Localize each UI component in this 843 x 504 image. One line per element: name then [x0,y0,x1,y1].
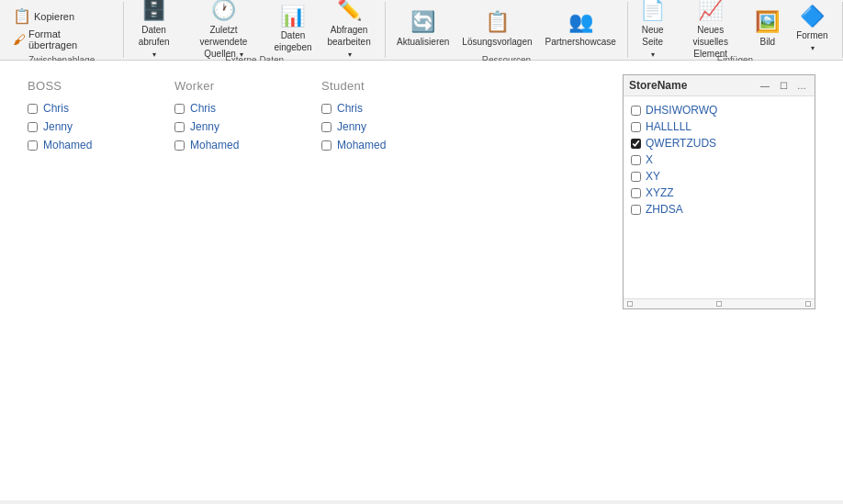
store-menu-button[interactable]: … [794,79,809,92]
neues-visuelles-button[interactable]: 📈 Neues visuellesElement [674,5,747,52]
student-item-jenny[interactable]: Jenny [321,120,413,133]
boss-jenny-checkbox[interactable] [28,122,38,132]
store-panel-controls: — ☐ … [758,79,809,92]
boss-chris-label[interactable]: Chris [43,102,69,115]
store-dhsiworwq-label[interactable]: DHSIWORWQ [646,104,717,117]
store-xyzz-checkbox[interactable] [631,188,641,198]
daten-eingeben-button[interactable]: 📊 Dateneingeben [269,5,317,52]
store-item-dhsiworwq[interactable]: DHSIWORWQ [627,102,811,118]
daten-eingeben-label: Dateneingeben [274,29,311,53]
boss-item-chris[interactable]: Chris [28,102,119,115]
kopieren-label: Kopieren [34,11,74,22]
store-zhdsa-checkbox[interactable] [631,205,641,215]
store-expand-button[interactable]: ☐ [776,79,791,92]
aktualisieren-label: Aktualisieren [397,36,449,48]
boss-jenny-label[interactable]: Jenny [43,120,73,133]
student-panel: Student Chris Jenny Mohamed [321,79,413,482]
store-qwertzuds-checkbox[interactable] [631,139,641,149]
boss-item-mohamed[interactable]: Mohamed [28,139,119,151]
store-resize-handle[interactable] [624,298,815,308]
worker-jenny-checkbox[interactable] [174,122,185,132]
copy-icon: 📋 [13,7,31,25]
student-jenny-label[interactable]: Jenny [337,120,366,133]
student-mohamed-label[interactable]: Mohamed [337,139,386,151]
resize-handle-right [805,301,811,307]
partner-icon: 👥 [568,9,593,36]
store-item-xyzz[interactable]: XYZZ [627,185,811,201]
worker-chris-label[interactable]: Chris [190,102,216,115]
visual-icon: 📈 [698,0,723,24]
shapes-icon: 🔷 [800,4,825,30]
content-area: BOSS Chris Jenny Mohamed Worker Chris Je… [0,61,843,500]
bild-label: Bild [760,36,776,48]
worker-item-mohamed[interactable]: Mohamed [174,139,266,151]
boss-panel: BOSS Chris Jenny Mohamed [28,79,119,482]
worker-mohamed-label[interactable]: Mohamed [190,139,239,151]
table-icon: 📊 [280,4,305,30]
worker-jenny-label[interactable]: Jenny [190,120,219,133]
store-qwertzuds-label[interactable]: QWERTZUDS [646,137,716,150]
boss-chris-checkbox[interactable] [28,104,38,114]
store-xyzz-label[interactable]: XYZZ [646,186,674,199]
store-panel-title: StoreName [629,79,758,92]
store-item-zhdsa[interactable]: ZHDSA [627,201,811,218]
boss-mohamed-checkbox[interactable] [28,140,38,151]
store-item-x[interactable]: X [627,151,811,168]
zuletzt-button[interactable]: 🕐 Zuletzt verwendeteQuellen ▾ [180,5,267,52]
neue-seite-button[interactable]: 📄 NeueSeite ▾ [634,5,672,52]
worker-title: Worker [174,79,266,93]
store-halllll-checkbox[interactable] [631,122,641,132]
student-chris-checkbox[interactable] [321,104,332,114]
ribbon-group-externe-daten: 🗄️ Datenabrufen ▾ 🕐 Zuletzt verwendeteQu… [124,2,386,58]
ribbon-group-ressourcen: 🔄 Aktualisieren 📋 Lösungsvorlagen 👥 Part… [386,2,628,58]
store-dhsiworwq-checkbox[interactable] [631,106,641,116]
student-mohamed-checkbox[interactable] [321,140,332,151]
student-title: Student [321,79,413,93]
refresh-icon: 🔄 [410,9,435,36]
abfragen-button[interactable]: ✏️ Abfragenbearbeiten ▾ [319,5,379,52]
store-zhdsa-label[interactable]: ZHDSA [646,203,683,216]
ribbon: 📋 Kopieren 🖌 Format übertragen Zwischena… [0,0,843,61]
worker-mohamed-checkbox[interactable] [174,140,185,151]
template-icon: 📋 [485,9,510,36]
clock-icon: 🕐 [211,0,236,24]
student-jenny-checkbox[interactable] [321,122,332,132]
store-panel: StoreName — ☐ … DHSIWORWQ HALLLLL QWERTZ… [623,74,815,309]
store-halllll-label[interactable]: HALLLLL [646,120,691,133]
ribbon-group-zwischenablage: 📋 Kopieren 🖌 Format übertragen Zwischena… [0,2,124,58]
loesungsvorlagen-button[interactable]: 📋 Lösungsvorlagen [456,5,537,52]
worker-panel: Worker Chris Jenny Mohamed [174,79,266,482]
daten-abrufen-button[interactable]: 🗄️ Datenabrufen ▾ [129,5,178,52]
boss-mohamed-label[interactable]: Mohamed [43,139,92,151]
paintbrush-icon: 🖌 [13,32,26,47]
store-item-xy[interactable]: XY [627,168,811,185]
formen-button[interactable]: 🔷 Formen ▾ [788,5,837,52]
image-icon: 🖼️ [755,9,780,36]
store-xy-checkbox[interactable] [631,172,641,182]
new-page-icon: 📄 [640,0,665,24]
store-item-qwertzuds[interactable]: QWERTZUDS [627,135,811,151]
store-x-checkbox[interactable] [631,155,641,165]
student-chris-label[interactable]: Chris [337,102,363,115]
aktualisieren-button[interactable]: 🔄 Aktualisieren [391,5,455,52]
kopieren-button[interactable]: 📋 Kopieren [7,6,80,27]
store-list: DHSIWORWQ HALLLLL QWERTZUDS X XY XYZZ [624,96,815,298]
student-item-mohamed[interactable]: Mohamed [321,139,413,151]
bild-button[interactable]: 🖼️ Bild [749,5,786,52]
edit-icon: ✏️ [337,0,362,24]
boss-title: BOSS [28,79,119,93]
format-label: Format übertragen [28,28,110,50]
store-x-label[interactable]: X [646,153,653,166]
store-panel-header: StoreName — ☐ … [624,75,815,96]
ribbon-group-einfuegen: 📄 NeueSeite ▾ 📈 Neues visuellesElement 🖼… [628,2,843,58]
format-button[interactable]: 🖌 Format übertragen [7,27,116,52]
worker-item-chris[interactable]: Chris [174,102,266,115]
store-minimize-button[interactable]: — [758,79,772,92]
store-xy-label[interactable]: XY [646,170,660,183]
worker-chris-checkbox[interactable] [174,104,185,114]
worker-item-jenny[interactable]: Jenny [174,120,266,133]
store-item-halllll[interactable]: HALLLLL [627,118,811,135]
boss-item-jenny[interactable]: Jenny [28,120,119,133]
student-item-chris[interactable]: Chris [321,102,413,115]
partnershowcase-button[interactable]: 👥 Partnershowcase [540,5,622,52]
